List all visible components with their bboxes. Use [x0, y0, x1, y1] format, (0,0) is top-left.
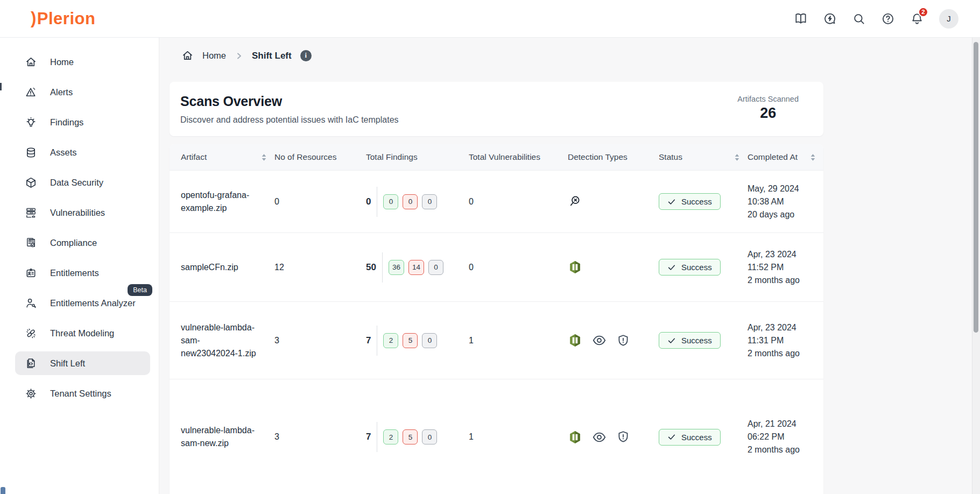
sort-icon[interactable]: [261, 153, 267, 161]
completed-ago: 2 months ago: [748, 276, 800, 285]
detection-types-cell: [568, 260, 659, 274]
vulnerabilities-icon: [24, 206, 37, 219]
status-badge: Success: [659, 332, 721, 349]
column-header-completed-at[interactable]: Completed At: [748, 152, 823, 162]
user-avatar[interactable]: J: [939, 9, 958, 29]
top-bar: )Plerion: [0, 0, 980, 38]
sidebar-item-tenant-settings[interactable]: Tenant Settings: [15, 382, 150, 405]
divider: [382, 252, 383, 283]
plerion-logo[interactable]: )Plerion: [31, 9, 95, 29]
page-title: Scans Overview: [180, 94, 813, 109]
sidebar-scroll-indicator: [1, 487, 5, 494]
sidebar-item-home[interactable]: Home: [15, 50, 150, 74]
shift-left-icon: [24, 357, 37, 370]
findings-pass-badge: 2: [383, 333, 398, 348]
status-badge: Success: [659, 429, 721, 446]
help-icon[interactable]: [881, 12, 895, 26]
breadcrumb-home[interactable]: Home: [202, 51, 226, 61]
sort-icon[interactable]: [734, 153, 740, 161]
resources-count: 3: [274, 336, 366, 345]
data-security-icon: [24, 176, 37, 189]
sidebar-item-data-security[interactable]: Data Security: [15, 171, 150, 194]
chevron-right-icon: [235, 52, 243, 60]
completed-date: Apr, 23 2024 11:52 PM: [748, 250, 796, 272]
table-row[interactable]: vulnerable-lambda-sam-new23042024-1.zip …: [170, 301, 823, 379]
sidebar-item-entitlements[interactable]: Entitlements: [15, 261, 150, 285]
info-icon[interactable]: i: [300, 50, 312, 61]
page-scrollbar-thumb[interactable]: [974, 42, 978, 333]
cloudformation-icon: [568, 260, 582, 274]
artifact-name: opentofu-grafana-example.zip: [181, 189, 256, 215]
completed-date: Apr, 23 2024 11:31 PM: [748, 323, 796, 345]
alerts-icon: [24, 86, 37, 98]
vulnerabilities-count: 1: [469, 336, 568, 345]
findings-cell: 7 2 5 0: [366, 326, 469, 356]
table-row[interactable]: opentofu-grafana-example.zip 0 0 0 0 0 0: [170, 170, 823, 232]
divider: [377, 187, 377, 217]
findings-cell: 50 36 14 0: [366, 252, 469, 283]
sidebar-item-label: Data Security: [50, 178, 103, 188]
table-row[interactable]: vulnerable-lambda-sam-new.zip 3 7 2 5 0 …: [170, 379, 823, 494]
column-header-status[interactable]: Status: [659, 152, 748, 162]
resources-count: 0: [274, 197, 366, 207]
stat-value: 26: [737, 105, 799, 122]
sidebar-item-shift-left[interactable]: Shift Left: [15, 351, 150, 375]
sidebar-item-entitlements-analyzer[interactable]: Entitlements Analyzer Beta: [15, 291, 150, 315]
assets-icon: [24, 146, 37, 159]
findings-pass-badge: 36: [389, 260, 404, 275]
sidebar-item-assets[interactable]: Assets: [15, 140, 150, 164]
column-header-detection-types: Detection Types: [568, 152, 659, 162]
vulnerabilities-count: 0: [469, 263, 568, 272]
detection-types-cell: [568, 333, 659, 348]
docs-book-icon[interactable]: [794, 12, 808, 26]
findings-total: 7: [366, 335, 371, 346]
sidebar-item-alerts[interactable]: Alerts: [15, 80, 150, 104]
findings-fail-badge: 5: [403, 429, 418, 444]
findings-total: 0: [366, 196, 371, 207]
sidebar-item-label: Home: [50, 57, 74, 67]
table-row[interactable]: sampleCFn.zip 12 50 36 14 0 0: [170, 232, 823, 301]
sidebar-item-label: Tenant Settings: [50, 389, 111, 399]
notifications-bell-icon[interactable]: 2: [910, 12, 924, 26]
feedback-chat-icon[interactable]: [823, 12, 837, 26]
cloudformation-icon: [568, 430, 582, 444]
divider: [377, 326, 377, 356]
scan-no-detection-icon: [568, 194, 583, 209]
sidebar-item-vulnerabilities[interactable]: Vulnerabilities: [15, 201, 150, 224]
scans-table: Artifact No of Resources Total Findings …: [170, 144, 823, 494]
sidebar-item-label: Entitlements: [50, 268, 99, 278]
artifacts-scanned-stat: Artifacts Scanned 26: [737, 95, 799, 122]
findings-other-badge: 0: [428, 260, 443, 275]
resources-count: 12: [274, 263, 366, 272]
shield-icon: [616, 430, 630, 444]
artifact-name: sampleCFn.zip: [181, 261, 256, 274]
eye-icon: [592, 430, 607, 444]
findings-icon: [24, 116, 37, 129]
cloudformation-icon: [568, 333, 582, 348]
sidebar-item-label: Alerts: [50, 87, 73, 97]
sidebar-item-compliance[interactable]: Compliance: [15, 231, 150, 255]
tenant-settings-icon: [24, 387, 37, 400]
threat-modeling-icon: [24, 327, 37, 340]
scans-overview-card: Scans Overview Discover and address pote…: [170, 82, 823, 136]
completed-at-cell: Apr, 23 2024 11:31 PM 2 months ago: [748, 321, 808, 360]
detection-types-cell: [568, 194, 659, 209]
sidebar-item-threat-modeling[interactable]: Threat Modeling: [15, 321, 150, 345]
breadcrumb-home-icon[interactable]: [181, 50, 194, 62]
table-header: Artifact No of Resources Total Findings …: [170, 144, 823, 170]
findings-other-badge: 0: [422, 194, 437, 209]
sidebar-scrollbar-thumb[interactable]: [0, 83, 2, 90]
completed-date: May, 29 2024 10:38 AM: [748, 184, 799, 206]
column-header-findings: Total Findings: [366, 152, 469, 162]
sort-icon[interactable]: [810, 153, 816, 161]
completed-ago: 2 months ago: [748, 349, 800, 358]
column-header-artifact[interactable]: Artifact: [181, 152, 274, 162]
sidebar-item-label: Assets: [50, 147, 77, 158]
findings-cell: 0 0 0 0: [366, 187, 469, 217]
search-icon[interactable]: [852, 12, 866, 26]
completed-at-cell: May, 29 2024 10:38 AM 20 days ago: [748, 182, 808, 221]
compliance-icon: [24, 236, 37, 249]
topbar-actions: 2 J: [794, 9, 980, 29]
sidebar-item-findings[interactable]: Findings: [15, 110, 150, 134]
avatar-initial: J: [947, 14, 951, 23]
